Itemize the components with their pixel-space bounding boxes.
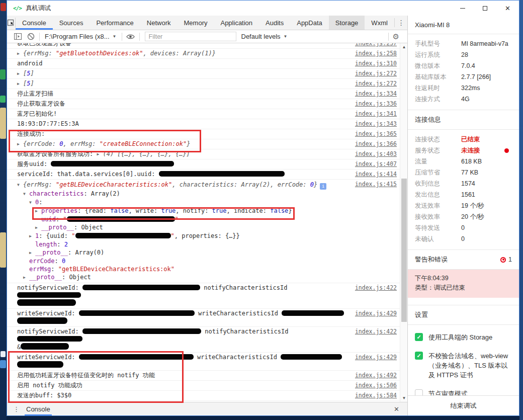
source-link[interactable]: index.js:407 [355,160,397,168]
expand-arrow-icon[interactable]: ▶ [35,207,41,215]
checkbox-checked-icon[interactable] [415,352,423,360]
debug-ended-alert: 下午8:04:39 类型：调试已结束 [408,270,519,298]
info-label: 等待发送 [415,224,461,232]
javascript-context-dropdown[interactable]: F:\Program Files (x8... ▼ [42,33,120,40]
source-link[interactable]: index.js:403 [355,150,397,158]
expand-arrow-icon[interactable]: ▼ [17,181,23,189]
tab-appdata[interactable]: AppData [290,16,329,30]
source-link[interactable]: index.js:336 [355,100,397,108]
expand-arrow-icon[interactable]: ▶ [35,224,41,232]
console-text: (4) [{…}, {…}, {…}, {…}] [103,150,190,157]
console-text: } [187,140,190,147]
tab-network[interactable]: Network [140,16,178,30]
tab-memory[interactable]: Memory [178,16,214,30]
source-link[interactable]: index.js:258 [355,50,397,57]
expand-arrow-icon[interactable]: ▼ [23,190,29,198]
console-text: __proto__ [41,224,74,231]
source-link[interactable]: index.js:257 [355,43,397,47]
console-text: android [17,60,43,67]
clear-console-button[interactable] [24,31,37,42]
source-link[interactable]: index.js:492 [355,372,397,379]
expand-arrow-icon[interactable]: ▶ [17,80,23,88]
error-icon [500,257,506,263]
tab-audits[interactable]: Audits [259,16,290,30]
tab-application[interactable]: Application [214,16,259,30]
expand-arrow-icon[interactable]: ▶ [17,50,23,57]
tab-sources[interactable]: Sources [53,16,90,30]
tab-wxml[interactable]: Wxml [365,16,394,30]
source-link[interactable]: index.js:365 [355,130,397,138]
connection-section-header: 连接信息 [408,110,519,130]
source-link[interactable]: index.js:334 [355,90,397,98]
minimize-button[interactable] [451,1,474,16]
setting-row-2[interactable]: 节点审查模式 [408,384,519,395]
expand-arrow-icon[interactable]: ▶ [29,249,35,257]
setting-row-1[interactable]: 不校验合法域名、web-view（业务域名）、TLS 版本以及 HTTPS 证书 [408,347,519,384]
info-row: 接收效率20 个/秒 [408,211,519,222]
console-row: 服务uuid: index.js:407 [7,159,400,170]
setting-row-0[interactable]: 使用工具端的 Storage [408,328,519,347]
log-levels-dropdown[interactable]: Default levels ▼ [236,33,293,40]
source-link[interactable]: index.js:366 [355,140,397,148]
drawer-tab-console[interactable]: Console [25,402,52,415]
source-link[interactable]: index.js:422 [355,284,397,292]
console-scrollbar[interactable]: ▲ ▼ [400,43,407,402]
source-link[interactable]: index.js:343 [355,120,397,128]
console-row: writeServicweId: writeCharacteristicsId … [7,309,400,327]
console-text: 获取蓝牙设备所有服务成功: [17,150,97,157]
console-text: " [71,232,75,239]
close-button[interactable]: ✕ [496,1,519,16]
source-link[interactable]: index.js:422 [355,328,397,335]
filter-input[interactable] [145,32,236,41]
setting-label: 节点审查模式 [428,389,468,395]
scroll-up-arrow[interactable]: ▲ [400,43,407,51]
console-text: {errCode: [23,140,59,147]
expand-arrow-icon[interactable]: ▶ [17,70,23,77]
show-console-sidebar-button[interactable] [11,31,24,42]
expand-arrow-icon[interactable]: ▶ [29,232,35,240]
source-link[interactable]: index.js:272 [355,80,397,88]
console-settings-gear-icon[interactable]: ⚙ [389,32,403,41]
console-row: 启用 notify 功能成功index.js:506 [7,381,400,391]
scroll-down-arrow[interactable]: ▼ [400,394,407,402]
info-label: 基础库版本 [415,73,461,81]
source-link[interactable]: index.js:429 [355,354,397,361]
checkbox-unchecked-icon[interactable] [415,389,423,395]
expand-arrow-icon[interactable]: ▶ [23,274,29,282]
inspect-element-button[interactable] [7,18,16,28]
console-text: : Array(2) [83,190,120,197]
console-text: notifyServicweId: [17,284,82,291]
console-text: : Object [62,274,91,281]
expand-arrow-icon[interactable]: ▶ [97,150,103,158]
tab-console[interactable]: Console [16,16,53,30]
drawer-more-options-icon[interactable]: ⋮ [12,402,25,415]
expand-arrow-icon[interactable]: ▶ [17,140,23,148]
source-link[interactable]: index.js:310 [355,60,397,67]
checkbox-checked-icon[interactable] [415,333,423,341]
console-row: 发送的数据: $3$0index.js:585 [7,401,400,402]
console-text: true [212,207,227,214]
drawer-close-icon[interactable]: ✕ [391,402,402,415]
live-expression-button[interactable] [124,31,137,42]
device-name: Xiaomi-MI 8 [408,16,519,34]
source-link[interactable]: index.js:414 [355,171,397,178]
console-row: 18:93:D7:77:E5:3Aindex.js:343 [7,119,400,129]
source-link[interactable]: index.js:272 [355,70,397,77]
scrollbar-thumb[interactable] [401,179,407,322]
source-link[interactable]: index.js:341 [355,110,397,118]
redaction [17,317,67,324]
console-text: , notify: [176,207,212,214]
console-text: 启用 notify 功能成功 [17,382,82,389]
maximize-button[interactable] [474,1,496,16]
more-options-icon[interactable]: ⋮ [395,19,408,27]
source-link[interactable]: index.js:415 [355,181,397,188]
info-label: 接收效率 [415,213,461,221]
source-link[interactable]: index.js:584 [355,392,397,399]
tab-storage[interactable]: Storage [329,16,365,30]
title-bar: 真机调试 ✕ [7,1,519,16]
end-debug-button[interactable]: 结束调试 [408,395,519,415]
source-link[interactable]: index.js:429 [355,310,397,317]
source-link[interactable]: index.js:506 [355,382,397,389]
tab-performance[interactable]: Performance [90,16,140,30]
expand-arrow-icon[interactable]: ▼ [29,199,35,207]
